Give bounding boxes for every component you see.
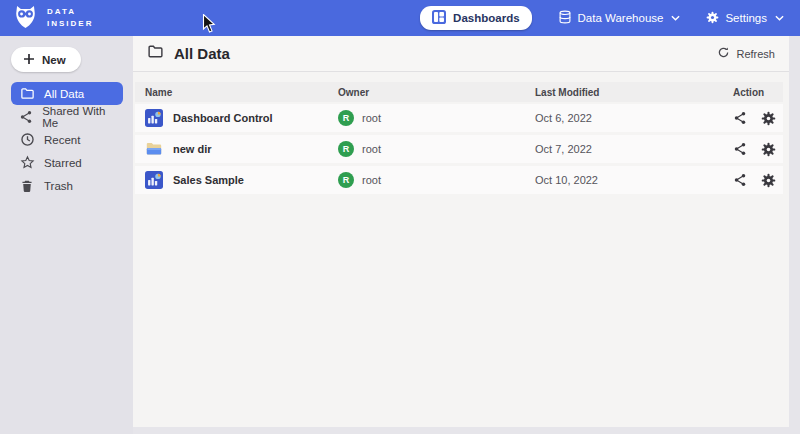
- brand-logo[interactable]: DATA INSIDER: [12, 3, 93, 34]
- share-icon[interactable]: [733, 173, 747, 187]
- file-name[interactable]: Dashboard Control: [173, 112, 273, 124]
- folder-icon: [19, 86, 35, 101]
- owner-avatar: R: [338, 110, 354, 126]
- owner-avatar: R: [338, 141, 354, 157]
- owner-avatar: R: [338, 172, 354, 188]
- trash-icon: [19, 179, 35, 193]
- sidebar-item-recent[interactable]: Recent: [11, 128, 123, 151]
- gear-icon[interactable]: [761, 142, 776, 157]
- column-header-owner[interactable]: Owner: [328, 87, 525, 98]
- gear-icon[interactable]: [761, 111, 776, 126]
- brand-name: DATA INSIDER: [47, 6, 93, 30]
- share-icon[interactable]: [733, 142, 747, 156]
- file-name[interactable]: Sales Sample: [173, 174, 244, 186]
- sidebar-item-trash[interactable]: Trash: [11, 174, 123, 197]
- owner-name: root: [362, 143, 381, 155]
- sidebar-item-label: Recent: [44, 134, 80, 146]
- dashboards-button[interactable]: Dashboards: [420, 6, 531, 30]
- gear-icon: [706, 11, 719, 26]
- new-button-label: New: [42, 54, 66, 66]
- gear-icon[interactable]: [761, 173, 776, 188]
- owner-name: root: [362, 112, 381, 124]
- nav-data-warehouse[interactable]: Data Warehouse: [558, 10, 681, 26]
- top-nav-links: Dashboards Data Warehouse: [420, 6, 784, 30]
- share-icon: [19, 110, 33, 124]
- sidebar-item-label: Starred: [44, 157, 82, 169]
- dashboards-label: Dashboards: [453, 12, 519, 24]
- main-header: All Data Refresh: [133, 36, 789, 72]
- file-list-area: Name Owner Last Modified Action: [133, 72, 789, 427]
- last-modified-date: Oct 7, 2022: [525, 143, 723, 155]
- table-header-row: Name Owner Last Modified Action: [135, 82, 783, 102]
- nav-settings[interactable]: Settings: [706, 11, 784, 26]
- folder-file-icon: [145, 140, 163, 158]
- owl-logo-icon: [12, 3, 39, 34]
- refresh-button[interactable]: Refresh: [717, 46, 775, 61]
- folder-icon: [147, 43, 164, 64]
- column-header-name[interactable]: Name: [135, 87, 328, 98]
- top-navigation-bar: DATA INSIDER Dashboards: [0, 0, 800, 36]
- share-icon[interactable]: [733, 111, 747, 125]
- table-row[interactable]: new dir R root Oct 7, 2022: [135, 135, 783, 163]
- refresh-label: Refresh: [736, 48, 775, 60]
- owner-name: root: [362, 174, 381, 186]
- page-title: All Data: [174, 45, 230, 62]
- sidebar-item-shared-with-me[interactable]: Shared With Me: [11, 105, 123, 128]
- chevron-down-icon: [775, 15, 784, 21]
- dashboard-file-icon: [145, 109, 163, 127]
- last-modified-date: Oct 6, 2022: [525, 112, 723, 124]
- dashboard-grid-icon: [432, 10, 446, 26]
- refresh-icon: [717, 46, 730, 61]
- star-icon: [19, 155, 35, 170]
- chevron-down-icon: [671, 15, 680, 21]
- last-modified-date: Oct 10, 2022: [525, 174, 723, 186]
- table-row[interactable]: Sales Sample R root Oct 10, 2022: [135, 166, 783, 194]
- column-header-action: Action: [723, 87, 783, 98]
- sidebar: New All Data: [0, 36, 133, 434]
- sidebar-item-label: Shared With Me: [42, 105, 115, 129]
- table-row[interactable]: Dashboard Control R root Oct 6, 2022: [135, 104, 783, 132]
- sidebar-item-starred[interactable]: Starred: [11, 151, 123, 174]
- plus-icon: [23, 53, 35, 67]
- sidebar-nav: All Data Shared With Me: [11, 82, 123, 197]
- data-warehouse-label: Data Warehouse: [578, 12, 664, 24]
- sidebar-item-label: Trash: [44, 180, 73, 192]
- settings-label: Settings: [725, 12, 767, 24]
- app-window: DATA INSIDER Dashboards: [0, 0, 800, 434]
- clock-icon: [19, 132, 35, 147]
- sidebar-item-label: All Data: [44, 88, 84, 100]
- database-icon: [558, 10, 572, 26]
- column-header-last-modified[interactable]: Last Modified: [525, 87, 723, 98]
- dashboard-file-icon: [145, 171, 163, 189]
- new-button[interactable]: New: [11, 47, 81, 72]
- sidebar-item-all-data[interactable]: All Data: [11, 82, 123, 105]
- file-name[interactable]: new dir: [173, 143, 212, 155]
- main-panel: All Data Refresh Name Owner: [133, 36, 789, 427]
